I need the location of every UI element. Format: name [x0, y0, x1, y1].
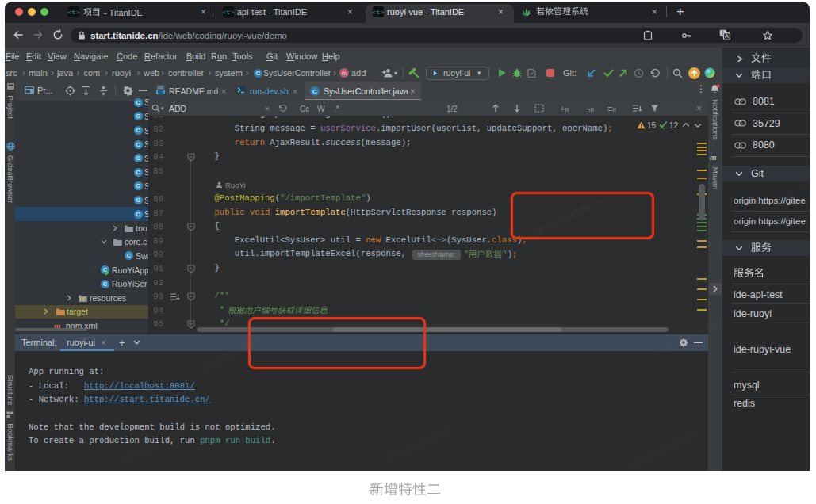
svg-text:A: A — [725, 33, 729, 39]
svg-text:MD: MD — [158, 90, 164, 94]
